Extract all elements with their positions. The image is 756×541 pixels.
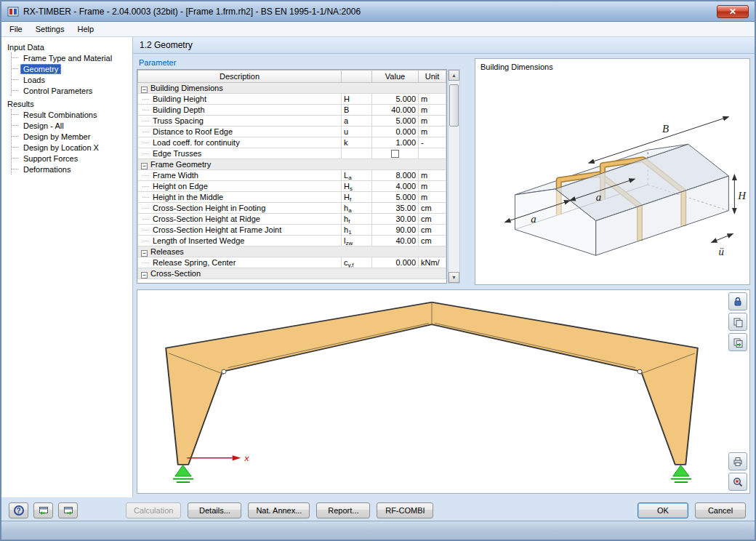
param-symbol: La xyxy=(342,170,372,181)
symbol-subscript: s xyxy=(350,185,353,192)
print-button[interactable] xyxy=(728,452,747,470)
sidebar-section-results[interactable]: Results xyxy=(1,98,132,109)
param-value-cell[interactable]: 40.000 xyxy=(372,105,419,116)
param-unit: cm xyxy=(419,236,446,247)
tree-connector xyxy=(12,125,18,126)
symbol-subscript: a xyxy=(348,175,351,181)
param-description: Cross-Section Height at Ridge xyxy=(138,214,342,225)
help-icon: ? xyxy=(14,505,24,516)
copy-graphic-button[interactable] xyxy=(728,313,747,331)
param-symbol: Hs xyxy=(342,181,372,192)
scrollbar-thumb[interactable] xyxy=(449,84,459,127)
tree-connector xyxy=(12,79,18,80)
sidebar-item-frame-type-and-material[interactable]: Frame Type and Material xyxy=(12,52,132,63)
parameter-scrollbar[interactable]: ▲ ▼ xyxy=(448,69,460,284)
sidebar-item-result-combinations[interactable]: Result Combinations xyxy=(12,109,132,120)
param-value-cell[interactable]: 1.000 xyxy=(372,137,419,148)
collapse-icon[interactable]: − xyxy=(141,163,148,169)
param-value-cell[interactable]: 0.000 xyxy=(372,257,419,268)
param-value-cell[interactable]: 90.00 xyxy=(372,225,419,236)
calculation-button: Calculation xyxy=(126,502,181,518)
copy-icon xyxy=(732,316,744,328)
param-value-cell[interactable]: 40.00 xyxy=(372,236,419,247)
param-value-cell[interactable]: 8.000 xyxy=(372,170,419,181)
dim-label-truss-spacing-2: a xyxy=(596,191,601,203)
symbol-subscript: zw xyxy=(345,240,353,247)
sidebar-item-deformations[interactable]: Deformations xyxy=(12,164,132,175)
ok-button[interactable]: OK xyxy=(638,502,688,518)
report-button[interactable]: Report... xyxy=(316,502,370,518)
param-symbol: k xyxy=(342,137,372,148)
collapse-icon[interactable]: − xyxy=(141,272,148,278)
copy-table-button[interactable] xyxy=(728,333,747,351)
sidebar-item-design-by-location-x[interactable]: Design by Location X xyxy=(12,142,132,153)
group-cell: −Cross-Section xyxy=(138,268,446,279)
sidebar-item-loads[interactable]: Loads xyxy=(12,74,132,85)
sidebar-section-children: Frame Type and MaterialGeometryLoadsCont… xyxy=(11,52,132,96)
param-value-cell[interactable] xyxy=(372,148,419,159)
param-description: Truss Spacing xyxy=(138,116,342,127)
scrollbar-track[interactable] xyxy=(449,81,459,272)
parameter-row: −Releases xyxy=(138,247,446,257)
lock-view-button[interactable] xyxy=(728,292,747,310)
param-value-cell[interactable]: 35.00 xyxy=(372,203,419,214)
support-symbol-left xyxy=(173,465,193,482)
national-annex-button[interactable]: Nat. Annex... xyxy=(248,502,310,518)
details-button[interactable]: Details... xyxy=(188,502,241,518)
param-unit: m xyxy=(419,181,446,192)
param-symbol: ha xyxy=(342,203,372,214)
sidebar-item-label: Design by Location X xyxy=(20,143,102,153)
building-dimensions-drawing: B H a a ü xyxy=(478,72,751,283)
collapse-icon[interactable]: − xyxy=(141,250,148,257)
building-dimensions-panel: Building Dimensions xyxy=(475,58,750,285)
scroll-up-icon[interactable]: ▲ xyxy=(449,70,459,81)
param-value-cell[interactable]: 5.000 xyxy=(372,192,419,203)
symbol-text: u xyxy=(344,127,348,136)
sidebar-item-control-parameters[interactable]: Control Parameters xyxy=(12,85,132,96)
param-unit: cm xyxy=(419,203,446,214)
menu-file[interactable]: File xyxy=(3,23,29,36)
help-button[interactable]: ? xyxy=(9,502,28,518)
symbol-subscript: 1 xyxy=(348,229,351,236)
tree-connector xyxy=(142,219,149,220)
sidebar-item-design-by-member[interactable]: Design by Member xyxy=(12,131,132,142)
tree-connector xyxy=(142,197,149,198)
collapse-icon[interactable]: − xyxy=(141,87,148,93)
tree-connector xyxy=(12,147,18,148)
menu-settings[interactable]: Settings xyxy=(29,23,71,36)
sidebar-item-design-all[interactable]: Design - All xyxy=(12,120,132,131)
param-description-text: Cross-Section Height at Frame Joint xyxy=(153,225,281,234)
parameter-row: Cross-Section Height at Ridgehf30.00cm xyxy=(138,214,446,225)
param-symbol: hf xyxy=(342,214,372,225)
frame-view-panel[interactable]: x xyxy=(137,289,750,494)
param-description: Frame Width xyxy=(138,170,342,181)
parameter-row: Height on EdgeHs4.000m xyxy=(138,181,446,192)
sidebar-item-geometry[interactable]: Geometry xyxy=(12,63,132,74)
close-button[interactable]: ✕ xyxy=(717,5,749,18)
param-value-cell[interactable]: 4.000 xyxy=(372,181,419,192)
parameter-table: Description Value Unit −Building Dimensi… xyxy=(137,70,446,279)
param-value-cell[interactable]: 30.00 xyxy=(372,214,419,225)
cancel-button[interactable]: Cancel xyxy=(695,502,746,518)
param-unit: m xyxy=(419,127,446,137)
tree-connector xyxy=(142,186,149,187)
param-description: Building Height xyxy=(138,94,342,105)
zoom-cancel-button[interactable] xyxy=(728,473,747,491)
support-symbol-right xyxy=(671,465,691,482)
rf-combi-button[interactable]: RF-COMBI xyxy=(377,502,433,518)
param-value-cell[interactable]: 5.000 xyxy=(372,94,419,105)
param-value-cell[interactable]: 0.000 xyxy=(372,127,419,137)
sidebar-section-input-data[interactable]: Input Data xyxy=(1,41,132,52)
edge-trusses-checkbox[interactable] xyxy=(391,150,399,158)
footer-action-buttons: Calculation Details... Nat. Annex... Rep… xyxy=(126,502,433,518)
param-value-cell[interactable]: 5.000 xyxy=(372,116,419,127)
jump-forward-button[interactable] xyxy=(58,502,78,518)
jump-forward-icon xyxy=(63,505,74,516)
title-bar[interactable]: RX-TIMBER - Frame - 2.04.0003 (32bit) - … xyxy=(1,1,755,22)
parameter-row: Release Spring, Centercy,f0.000kNm/ xyxy=(138,257,446,268)
sidebar-item-support-forces[interactable]: Support Forces xyxy=(12,153,132,164)
sidebar: Input DataFrame Type and MaterialGeometr… xyxy=(1,37,133,497)
scroll-down-icon[interactable]: ▼ xyxy=(449,272,459,283)
jump-back-button[interactable] xyxy=(33,502,53,518)
menu-help[interactable]: Help xyxy=(71,23,100,36)
